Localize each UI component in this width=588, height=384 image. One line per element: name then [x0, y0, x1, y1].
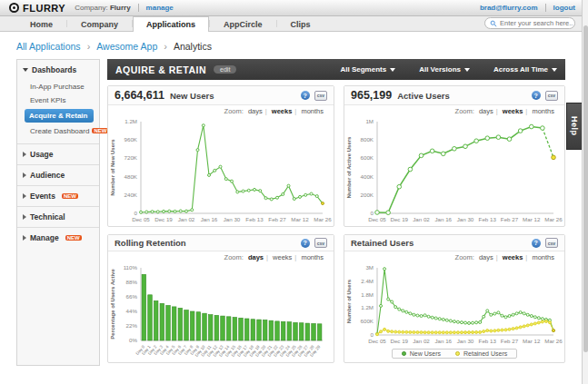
- chevron-right-icon: ›: [164, 41, 167, 52]
- zoom-days[interactable]: days: [248, 253, 264, 261]
- breadcrumb-all-applications[interactable]: All Applications: [16, 41, 81, 52]
- svg-text:Feb 27: Feb 27: [501, 216, 519, 222]
- brand-name: FLURRY: [23, 3, 65, 14]
- timerange-dropdown[interactable]: Across All Time: [493, 65, 557, 74]
- svg-text:800K: 800K: [361, 136, 374, 143]
- svg-text:Mar 26: Mar 26: [544, 216, 563, 222]
- svg-text:600K: 600K: [361, 318, 374, 324]
- sidebar-item-event-kpis[interactable]: Event KPIs: [26, 94, 95, 107]
- zoom-weeks[interactable]: weeks: [273, 253, 292, 261]
- logout-link[interactable]: logout: [553, 4, 575, 12]
- help-icon[interactable]: ?: [532, 239, 541, 248]
- svg-text:Feb 13: Feb 13: [479, 338, 497, 344]
- csv-export-icon[interactable]: csv: [314, 238, 327, 248]
- svg-text:Jan 02: Jan 02: [413, 216, 430, 222]
- sidebar-item-in-app-purchase[interactable]: In-App Purchase: [26, 80, 95, 94]
- yellow-legend-marker: [455, 351, 460, 356]
- chevron-right-icon: [23, 214, 26, 220]
- svg-text:Jan 02: Jan 02: [178, 216, 195, 222]
- search-box[interactable]: [484, 17, 575, 29]
- svg-text:Number of New Users: Number of New Users: [110, 139, 115, 196]
- panel-title: Rolling Retention: [115, 238, 186, 248]
- help-icon[interactable]: ?: [301, 239, 310, 248]
- search-input[interactable]: [500, 19, 573, 27]
- new-users-chart: Number of New Users0240K480K720K960K1.2M…: [108, 115, 334, 226]
- new-badge: NEW: [62, 193, 78, 199]
- svg-text:Dec 05: Dec 05: [132, 216, 150, 222]
- sidebar-section-dashboards[interactable]: Dashboards: [17, 60, 99, 80]
- zoom-months[interactable]: months: [301, 107, 324, 115]
- svg-text:Feb 27: Feb 27: [268, 216, 286, 222]
- tab-applications[interactable]: Applications: [133, 16, 209, 32]
- zoom-days[interactable]: days: [479, 107, 493, 115]
- svg-text:Mar 12: Mar 12: [291, 216, 309, 222]
- zoom-months[interactable]: months: [532, 107, 554, 115]
- new-badge: NEW: [65, 235, 82, 241]
- csv-export-icon[interactable]: csv: [545, 91, 558, 101]
- svg-text:Jan 02: Jan 02: [413, 338, 430, 344]
- svg-text:Jan 30: Jan 30: [224, 216, 241, 222]
- svg-text:22%: 22%: [126, 322, 138, 329]
- tab-home[interactable]: Home: [16, 16, 66, 31]
- svg-text:Mar 26: Mar 26: [314, 216, 332, 222]
- zoom-months[interactable]: months: [532, 253, 554, 261]
- sidebar: Dashboards In-App Purchase Event KPIs Ac…: [16, 59, 100, 366]
- csv-export-icon[interactable]: csv: [545, 238, 558, 248]
- svg-text:Jan 30: Jan 30: [457, 338, 474, 344]
- sidebar-section-manage[interactable]: Manage NEW: [17, 228, 99, 248]
- versions-dropdown[interactable]: All Versions: [419, 65, 470, 74]
- svg-text:Dec 05: Dec 05: [368, 216, 386, 222]
- panel-rolling-retention: Rolling Retention ? csv Zoom: days| week…: [107, 234, 334, 363]
- scrollbar[interactable]: [582, 0, 588, 384]
- svg-text:Jan 16: Jan 16: [434, 216, 452, 222]
- zoom-weeks[interactable]: weeks: [503, 107, 523, 115]
- edit-button[interactable]: edit: [214, 65, 236, 74]
- scrollbar-thumb[interactable]: [583, 25, 588, 352]
- segments-dropdown[interactable]: All Segments: [340, 65, 395, 74]
- zoom-months[interactable]: months: [301, 253, 324, 261]
- help-icon[interactable]: ?: [301, 91, 310, 100]
- tab-company[interactable]: Company: [67, 16, 132, 31]
- flurry-logo[interactable]: FLURRY: [9, 3, 65, 14]
- svg-text:Number of Users: Number of Users: [346, 279, 352, 323]
- zoom-days[interactable]: days: [248, 107, 263, 115]
- svg-text:110%: 110%: [124, 264, 138, 271]
- help-icon[interactable]: ?: [532, 91, 541, 100]
- svg-text:0: 0: [371, 331, 374, 338]
- chevron-right-icon: ›: [87, 41, 91, 52]
- company-label: Company: Flurry: [75, 4, 130, 12]
- sidebar-section-events[interactable]: Events NEW: [17, 186, 99, 206]
- breadcrumb-awesome-app[interactable]: Awesome App: [96, 41, 157, 52]
- chevron-right-icon: [23, 172, 26, 178]
- svg-text:Feb 13: Feb 13: [245, 216, 264, 222]
- svg-text:1.2M: 1.2M: [361, 304, 374, 310]
- sidebar-item-acquire-retain[interactable]: Acquire & Retain: [25, 109, 94, 123]
- csv-export-icon[interactable]: csv: [314, 91, 327, 101]
- sidebar-item-create-dashboard[interactable]: Create DashboardNEW: [26, 124, 95, 138]
- chevron-right-icon: [23, 193, 26, 199]
- svg-text:0%: 0%: [129, 337, 137, 343]
- manage-link[interactable]: manage: [146, 4, 174, 12]
- chart-legend: New Users Retained Users: [344, 349, 564, 359]
- sidebar-section-technical[interactable]: Technical: [17, 207, 99, 227]
- tab-appcircle[interactable]: AppCircle: [210, 16, 276, 31]
- tab-clips[interactable]: Clips: [277, 16, 324, 31]
- svg-text:Dec 19: Dec 19: [154, 216, 173, 222]
- new-badge: NEW: [92, 128, 108, 133]
- chevron-down-icon: [23, 68, 28, 72]
- zoom-weeks[interactable]: weeks: [272, 107, 293, 115]
- svg-text:3M: 3M: [365, 264, 374, 271]
- user-email-link[interactable]: brad@flurry.com: [480, 4, 538, 12]
- breadcrumb-analytics: Analytics: [174, 41, 212, 52]
- main-nav: Home Company Applications AppCircle Clip…: [0, 16, 588, 32]
- svg-text:720K: 720K: [125, 154, 138, 161]
- active-users-chart: Number of Active Users0200K400K600K800K1…: [344, 115, 564, 226]
- help-tab[interactable]: Help: [566, 103, 582, 150]
- sidebar-section-usage[interactable]: Usage: [17, 144, 99, 164]
- breadcrumb: All Applications › Awesome App › Analyti…: [16, 41, 588, 52]
- zoom-weeks[interactable]: weeks: [503, 253, 523, 261]
- zoom-days[interactable]: days: [479, 253, 493, 261]
- sidebar-section-audience[interactable]: Audience: [17, 165, 99, 185]
- chevron-right-icon: [23, 152, 26, 157]
- svg-text:88%: 88%: [126, 279, 138, 285]
